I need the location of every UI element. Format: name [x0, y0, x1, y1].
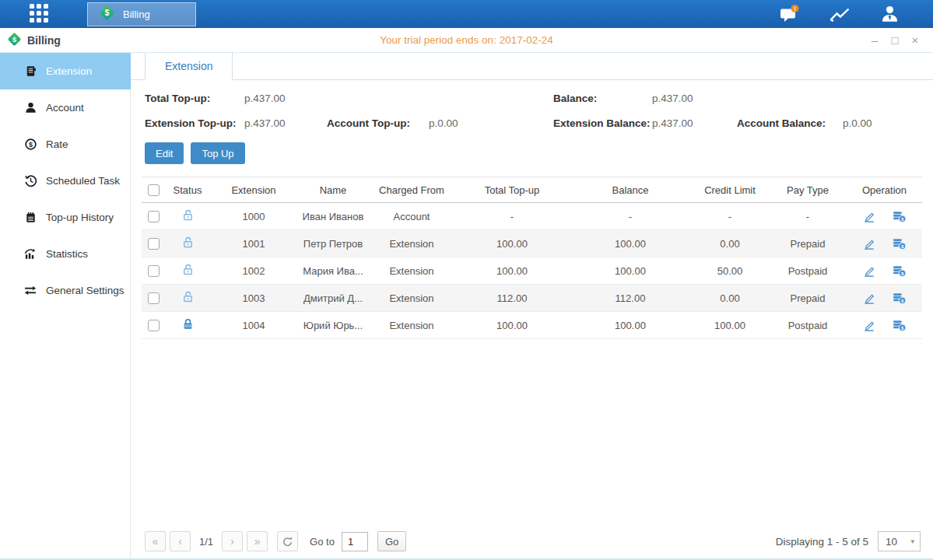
sidebar-item-general-settings[interactable]: General Settings: [0, 272, 130, 309]
notepad-icon: [23, 211, 37, 224]
select-all-checkbox[interactable]: [148, 184, 160, 196]
person-icon: [23, 101, 37, 114]
lock-status-icon[interactable]: [181, 208, 195, 222]
cell-balance: 100.00: [570, 257, 691, 285]
cell-name: Иван Иванов: [297, 203, 369, 230]
edit-row-icon[interactable]: [862, 237, 876, 250]
cell-extension: 1003: [210, 285, 297, 312]
topup-row-icon[interactable]: $: [892, 319, 907, 332]
row-checkbox[interactable]: [148, 292, 160, 304]
col-credit-limit: Credit Limit: [691, 177, 769, 203]
minimize-button[interactable]: –: [868, 33, 882, 47]
cell-total-topup: 100.00: [454, 230, 570, 257]
cell-extension: 1004: [210, 312, 297, 339]
topup-row-icon[interactable]: $: [892, 264, 907, 278]
sidebar-item-scheduled-task[interactable]: Scheduled Task: [0, 163, 130, 199]
cell-charged-from: Extension: [369, 230, 454, 257]
trial-notice: Your trial period ends on: 2017-02-24: [0, 34, 933, 46]
statistics-chart-icon[interactable]: [828, 5, 851, 24]
sidebar-item-rate[interactable]: $ Rate: [0, 126, 130, 163]
billing-app-tab[interactable]: $ Billing: [87, 2, 196, 26]
topup-row-icon[interactable]: $: [892, 210, 907, 223]
cell-credit-limit: 0.00: [691, 285, 769, 312]
lock-status-icon[interactable]: [181, 236, 195, 249]
prev-page-button[interactable]: ‹: [170, 531, 191, 551]
col-pay-type: Pay Type: [769, 177, 847, 203]
sidebar-item-account[interactable]: Account: [0, 89, 130, 126]
sidebar-item-label: General Settings: [46, 285, 125, 296]
pagination-bar: « ‹ 1/1 › » Go to Go Displaying 1 - 5 of…: [131, 531, 933, 558]
sidebar-item-label: Extension: [46, 65, 92, 77]
tab-extension[interactable]: Extension: [145, 53, 233, 80]
edit-row-icon[interactable]: [862, 264, 876, 278]
sidebar-item-label: Statistics: [46, 248, 88, 260]
svg-text:$: $: [901, 243, 904, 248]
col-extension: Extension: [210, 177, 297, 203]
cell-pay-type: Postpaid: [769, 257, 847, 285]
maximize-button[interactable]: □: [888, 33, 902, 47]
svg-text:$: $: [901, 324, 904, 330]
last-page-button[interactable]: »: [247, 531, 268, 551]
displaying-info: Displaying 1 - 5 of 5: [776, 536, 868, 548]
table-row: 1004 Юрий Юрь... Extension 100.00 100.00…: [142, 312, 922, 339]
account-topup-label: Account Top-up:: [327, 117, 429, 129]
edit-row-icon[interactable]: [862, 319, 876, 332]
notifications-icon[interactable]: !: [778, 4, 800, 25]
sidebar-item-statistics[interactable]: Statistics: [0, 236, 130, 272]
stats-bars-icon: [23, 247, 37, 261]
lock-status-icon[interactable]: [181, 317, 195, 331]
sidebar-item-topup-history[interactable]: Top-up History: [0, 199, 130, 236]
cell-charged-from: Account: [369, 203, 454, 230]
cell-pay-type: Prepaid: [769, 285, 847, 312]
row-checkbox[interactable]: [148, 265, 160, 277]
page-size-select[interactable]: 10 ▾: [878, 531, 921, 551]
total-topup-label: Total Top-up:: [145, 93, 244, 104]
app-topbar: $ Billing !: [0, 0, 933, 28]
row-checkbox[interactable]: [148, 320, 160, 331]
cell-balance: -: [570, 203, 691, 230]
ledger-icon: [23, 65, 37, 78]
table-row: 1001 Петр Петров Extension 100.00 100.00…: [142, 230, 922, 257]
cell-name: Юрий Юрь...: [297, 312, 369, 339]
cell-extension: 1001: [210, 230, 297, 257]
window-titlebar: $ Billing Your trial period ends on: 201…: [0, 28, 933, 53]
cell-balance: 100.00: [570, 312, 691, 339]
svg-text:$: $: [901, 297, 904, 303]
edit-button[interactable]: Edit: [145, 142, 184, 164]
sidebar-item-extension[interactable]: Extension: [0, 53, 132, 89]
edit-row-icon[interactable]: [862, 292, 876, 305]
user-account-icon[interactable]: [879, 4, 900, 25]
refresh-icon: [282, 536, 293, 548]
app-grid-menu-icon[interactable]: [30, 4, 54, 24]
topup-row-icon[interactable]: $: [892, 237, 907, 250]
sidebar-item-label: Top-up History: [46, 212, 114, 223]
first-page-button[interactable]: «: [145, 531, 166, 551]
svg-text:$: $: [901, 270, 904, 275]
billing-diamond-dollar-icon: $: [98, 4, 116, 24]
svg-text:$: $: [105, 9, 110, 17]
refresh-button[interactable]: [277, 531, 298, 551]
table-header-row: Status Extension Name Charged From Total…: [142, 177, 922, 203]
lock-status-icon[interactable]: [181, 290, 195, 303]
edit-row-icon[interactable]: [862, 210, 876, 223]
lock-status-icon[interactable]: [181, 263, 195, 276]
sidebar-item-label: Scheduled Task: [46, 175, 120, 187]
row-checkbox[interactable]: [148, 238, 160, 250]
col-name: Name: [297, 177, 369, 203]
sliders-icon: [23, 285, 37, 296]
account-balance-value: p.0.00: [843, 117, 933, 129]
cell-pay-type: -: [769, 203, 847, 230]
go-button[interactable]: Go: [377, 531, 406, 551]
topup-row-icon[interactable]: $: [892, 292, 907, 305]
row-checkbox[interactable]: [148, 211, 160, 222]
chevron-down-icon: ▾: [910, 537, 914, 545]
sidebar-item-label: Account: [46, 102, 84, 114]
col-status: Status: [165, 177, 210, 203]
account-topup-value: p.0.00: [429, 117, 544, 129]
close-button[interactable]: ×: [908, 33, 922, 47]
tab-bar: Extension: [131, 53, 933, 80]
top-up-button[interactable]: Top Up: [191, 142, 244, 164]
next-page-button[interactable]: ›: [222, 531, 243, 551]
goto-page-input[interactable]: [342, 532, 368, 551]
svg-text:$: $: [901, 215, 904, 221]
